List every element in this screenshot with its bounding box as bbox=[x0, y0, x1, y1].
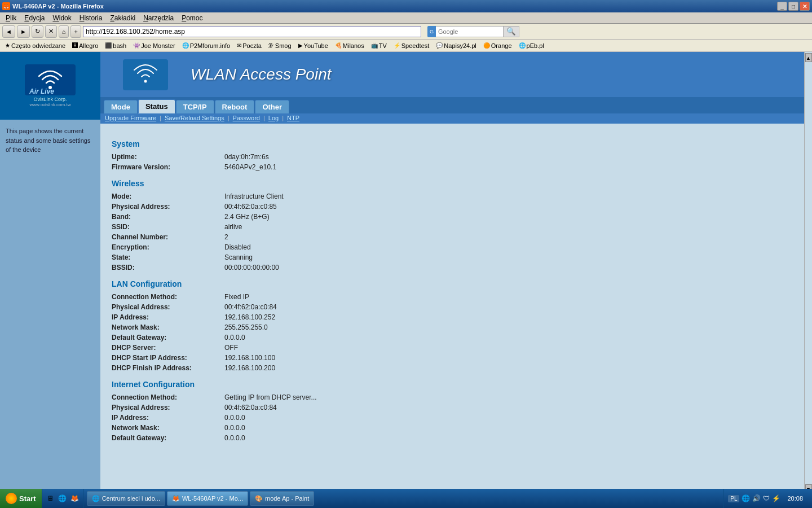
forward-button[interactable]: ► bbox=[17, 25, 30, 38]
bookmark-orange-label: Orange bbox=[491, 42, 512, 49]
wireless-state-value: Scanning bbox=[224, 252, 288, 262]
subnav-password[interactable]: Password bbox=[233, 115, 260, 121]
search-go-button[interactable]: 🔍 bbox=[504, 26, 519, 37]
close-button[interactable]: ✕ bbox=[800, 2, 810, 11]
home-button[interactable]: ⌂ bbox=[59, 25, 69, 38]
bookmark-star-button[interactable]: + bbox=[70, 25, 81, 38]
bookmark-often[interactable]: ★ Często odwiedzane bbox=[2, 42, 68, 50]
minimize-button[interactable]: _ bbox=[777, 2, 787, 11]
clock-time: 20:08 bbox=[787, 495, 803, 502]
firefox-quick-icon[interactable]: 🦊 bbox=[69, 493, 81, 504]
wireless-band-label: Band: bbox=[112, 212, 224, 222]
menu-narzedzia[interactable]: Narzędzia bbox=[140, 13, 177, 23]
subnav-upgrade-firmware[interactable]: Upgrade Firmware bbox=[105, 115, 156, 121]
table-row: IP Address: 192.168.100.252 bbox=[112, 312, 281, 322]
bookmark-napisy[interactable]: 💬 Napisy24.pl bbox=[433, 42, 479, 50]
sidebar-description: This page shows the current status and s… bbox=[0, 120, 100, 161]
bookmark-joemonster[interactable]: 👾 Joe Monster bbox=[130, 42, 178, 50]
tab-status[interactable]: Status bbox=[138, 99, 175, 113]
menu-historia[interactable]: Historia bbox=[76, 13, 106, 23]
wireless-phys-value: 00:4f:62:0a:c0:85 bbox=[224, 202, 288, 212]
lan-connmethod-label: Connection Method: bbox=[112, 292, 224, 302]
bookmark-tv-label: TV bbox=[379, 42, 387, 49]
table-row: SSID: airlive bbox=[112, 222, 288, 232]
wireless-section-title: Wireless bbox=[112, 179, 793, 188]
lan-gateway-value: 0.0.0.0 bbox=[224, 332, 281, 343]
firefox-icon: 🦊 bbox=[2, 2, 10, 10]
scroll-up-button[interactable]: ▲ bbox=[805, 53, 812, 62]
menu-zakladki[interactable]: Zakładki bbox=[107, 13, 139, 23]
bookmark-smog-label: Smog bbox=[275, 42, 292, 49]
table-row: State: Scanning bbox=[112, 252, 288, 262]
table-row: Network Mask: 255.255.255.0 bbox=[112, 322, 281, 332]
tab-other[interactable]: Other bbox=[255, 100, 289, 113]
bookmark-peb[interactable]: 🌐 pEb.pl bbox=[516, 42, 547, 50]
lan-gateway-label: Default Gateway: bbox=[112, 332, 224, 343]
start-button[interactable]: Start bbox=[0, 489, 42, 508]
bookmark-smog[interactable]: 🌫 Smog bbox=[266, 42, 294, 50]
taskbar-app-centrum[interactable]: 🌐 Centrum sieci i udo... bbox=[87, 491, 165, 506]
language-badge: PL bbox=[728, 495, 739, 502]
bookmark-speedtest[interactable]: ⚡ Speedtest bbox=[391, 42, 433, 50]
wireless-table: Mode: Infrastructure Client Physical Add… bbox=[112, 191, 288, 273]
show-desktop-icon[interactable]: 🖥 bbox=[45, 493, 56, 504]
lan-phys-label: Physical Address: bbox=[112, 302, 224, 312]
bookmark-tv[interactable]: 📺 TV bbox=[368, 42, 390, 50]
bookmark-often-icon: ★ bbox=[5, 42, 10, 49]
menu-plik[interactable]: Plik bbox=[2, 13, 20, 23]
tab-tcpip[interactable]: TCP/IP bbox=[176, 100, 214, 113]
taskbar-app-centrum-label: Centrum sieci i udo... bbox=[102, 495, 160, 502]
search-box: G 🔍 bbox=[427, 26, 519, 37]
lan-dhcp-finish-value: 192.168.100.200 bbox=[224, 363, 281, 373]
subnav-log[interactable]: Log bbox=[268, 115, 279, 121]
taskbar-app-paint[interactable]: 🎨 mode Ap - Paint bbox=[250, 491, 314, 506]
table-row: Physical Address: 00:4f:62:0a:c0:85 bbox=[112, 202, 288, 212]
menu-pomoc[interactable]: Pomoc bbox=[178, 13, 206, 23]
wireless-bssid-value: 00:00:00:00:00:00 bbox=[224, 262, 288, 273]
subnav-save-reload[interactable]: Save/Reload Settings bbox=[165, 115, 224, 121]
search-input[interactable] bbox=[436, 26, 504, 37]
taskbar-app-firefox[interactable]: 🦊 WL-5460AP v2 - Mo... bbox=[167, 491, 248, 506]
table-row: Connection Method: Getting IP from DHCP … bbox=[112, 392, 321, 402]
menu-widok[interactable]: Widok bbox=[49, 13, 74, 23]
svg-point-4 bbox=[144, 80, 147, 82]
inet-phys-value: 00:4f:62:0a:c0:84 bbox=[224, 402, 321, 413]
table-row: Firmware Version: 5460APv2_e10.1 bbox=[112, 162, 281, 172]
bookmark-speedtest-label: Speedtest bbox=[401, 42, 430, 49]
start-orb-icon bbox=[6, 493, 17, 504]
back-button[interactable]: ◄ bbox=[2, 25, 15, 38]
bookmark-orange[interactable]: 🟠 Orange bbox=[480, 42, 515, 50]
bookmark-p2m-label: P2Mforum.info bbox=[190, 42, 231, 49]
subnav-ntp[interactable]: NTP bbox=[287, 115, 299, 121]
bookmark-youtube[interactable]: ▶ YouTube bbox=[295, 42, 331, 50]
tab-mode[interactable]: Mode bbox=[104, 100, 138, 113]
title-bar: 🦊 WL-5460AP v2 - Mozilla Firefox _ □ ✕ bbox=[0, 0, 812, 12]
bookmark-milanos[interactable]: 🍕 Milanos bbox=[332, 42, 367, 50]
refresh-button[interactable]: ↻ bbox=[32, 25, 43, 38]
lan-section-title: LAN Configuration bbox=[112, 279, 793, 288]
stop-button[interactable]: ✕ bbox=[45, 25, 57, 38]
tab-reboot[interactable]: Reboot bbox=[215, 100, 255, 113]
scrollbar[interactable]: ▲ ▼ bbox=[804, 52, 812, 494]
table-row: Mode: Infrastructure Client bbox=[112, 191, 288, 202]
bookmark-allegro-label: Allegro bbox=[79, 42, 98, 49]
window-controls[interactable]: _ □ ✕ bbox=[777, 2, 810, 11]
wireless-band-value: 2.4 GHz (B+G) bbox=[224, 212, 288, 222]
bookmark-allegro[interactable]: 🅰 Allegro bbox=[69, 42, 101, 50]
bookmark-milanos-label: Milanos bbox=[343, 42, 364, 49]
maximize-button[interactable]: □ bbox=[788, 2, 798, 11]
bookmark-p2m[interactable]: 🌐 P2Mforum.info bbox=[179, 42, 233, 50]
nav-tabs: Mode Status TCP/IP Reboot Other bbox=[100, 97, 804, 113]
ie-icon[interactable]: 🌐 bbox=[57, 493, 68, 504]
header-logo-svg bbox=[123, 59, 168, 90]
bookmark-poczta[interactable]: ✉ Poczta bbox=[234, 42, 264, 50]
bookmark-bash[interactable]: ⬛ bash bbox=[102, 42, 129, 50]
address-input[interactable] bbox=[83, 26, 421, 37]
wireless-state-label: State: bbox=[112, 252, 224, 262]
lan-ip-label: IP Address: bbox=[112, 312, 224, 322]
table-row: DHCP Server: OFF bbox=[112, 343, 281, 353]
menu-edycja[interactable]: Edycja bbox=[21, 13, 48, 23]
bookmark-peb-label: pEb.pl bbox=[527, 42, 544, 49]
table-row: Uptime: 0day:0h:7m:6s bbox=[112, 152, 281, 162]
address-bar: ◄ ► ↻ ✕ ⌂ + G 🔍 bbox=[0, 24, 812, 40]
